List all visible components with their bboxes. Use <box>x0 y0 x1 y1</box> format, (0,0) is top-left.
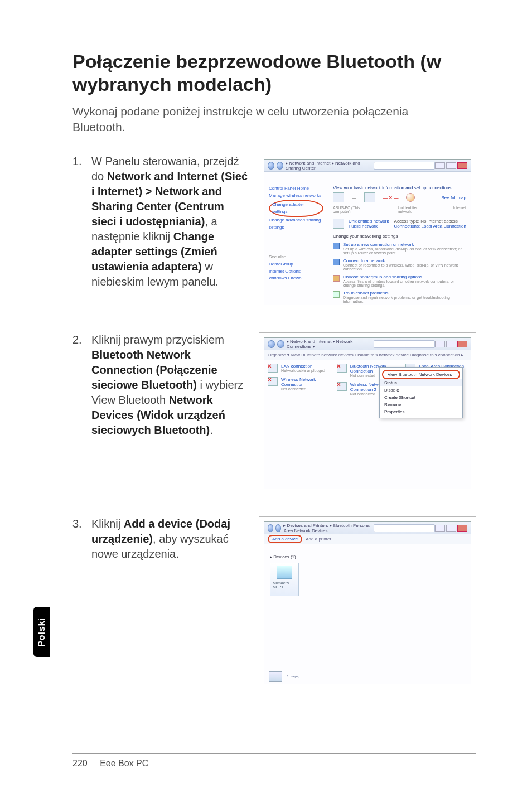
sidebar-home: Control Panel Home <box>269 185 323 192</box>
status-icon <box>269 671 282 682</box>
main-heading: View your basic network information and … <box>333 185 466 190</box>
forward-icon <box>275 524 281 532</box>
sidebar-manage: Manage wireless networks <box>269 192 323 200</box>
step-3-number: 3. <box>72 516 91 530</box>
x-icon: — ✕ — <box>383 195 398 200</box>
access-type: Access type: No Internet access <box>394 219 466 224</box>
back-icon <box>268 524 273 532</box>
link-homegroup: Choose homegroup and sharing options <box>343 274 422 279</box>
screenshot-3: ▸ Devices and Printers ▸ Bluetooth Perso… <box>259 516 476 689</box>
devices-heading: ▸ Devices (1) <box>270 554 465 559</box>
step-3-text: Kliknij Add a device (Dodaj urządzenie),… <box>91 516 259 562</box>
internet-icon <box>406 193 415 202</box>
product-name: Eee Box PC <box>100 758 148 768</box>
device-item: Michael's MBP1 <box>270 563 299 596</box>
active-network-name: Unidentified network Public network <box>349 219 390 229</box>
item-lan: LAN connection <box>281 364 325 369</box>
breadcrumb: ▸ Devices and Printers ▸ Bluetooth Perso… <box>283 523 374 533</box>
screenshot-2: ▸ Network and Internet ▸ Network Connect… <box>259 332 476 494</box>
bluetooth-icon <box>337 364 347 373</box>
intro-text: Wykonaj podane poniżej instrukcje w celu… <box>72 104 463 136</box>
close-icon <box>457 525 467 532</box>
device-icon <box>277 566 292 579</box>
page-title: Połączenie bezprzewodowe Bluetooth (w wy… <box>72 50 476 96</box>
link-troubleshoot: Troubleshoot problems <box>343 291 389 296</box>
pc-icon <box>333 192 344 202</box>
menu-properties: Properties <box>380 408 462 416</box>
forward-icon <box>277 162 283 170</box>
step-2-number: 2. <box>72 332 91 346</box>
lan-icon <box>268 364 278 373</box>
menu-status: Status <box>380 379 462 386</box>
page-number: 220 <box>72 758 88 769</box>
menu-shortcut: Create Shortcut <box>380 394 462 401</box>
active-net-icon <box>333 219 344 229</box>
sidebar-advanced: Change advanced sharing settings <box>269 217 323 231</box>
back-icon <box>268 340 275 348</box>
item-wifi: Wireless Network Connection <box>281 377 330 387</box>
device-name: Michael's MBP1 <box>273 581 296 589</box>
back-icon <box>268 162 274 170</box>
change-settings-heading: Change your networking settings <box>333 234 466 239</box>
language-tab: Polski <box>33 607 50 657</box>
forward-icon <box>277 340 284 348</box>
connections: Connections: Local Area Connection <box>394 224 466 229</box>
search-input <box>374 340 435 348</box>
link-connect: Connect to a network <box>343 258 385 263</box>
search-input <box>374 524 435 532</box>
item-count: 1 item <box>287 674 299 679</box>
network-icon <box>364 192 375 202</box>
close-icon <box>457 341 467 347</box>
menu-disable: Disable <box>380 386 462 394</box>
step-1-number: 1. <box>72 154 91 168</box>
sidebar-firewall: Windows Firewall <box>269 275 323 282</box>
sidebar-seealso: See also <box>269 254 323 261</box>
see-full-map: See full map <box>442 195 466 200</box>
wifi2-icon <box>337 382 347 391</box>
page-footer: 220 Eee Box PC <box>72 753 476 769</box>
context-menu: View Bluetooth Network Devices Status Di… <box>379 367 463 418</box>
breadcrumb: ▸ Network and Internet ▸ Network Connect… <box>287 339 374 349</box>
add-a-device-button: Add a device <box>268 535 302 543</box>
toolbar: Organize ▾ View Bluetooth network device… <box>264 350 471 360</box>
step-1-text: W Panelu sterowania, przejdź do Network … <box>91 154 259 289</box>
step-2-text: Kliknij prawym przyciskiem Bluetooth Net… <box>91 332 259 438</box>
close-icon <box>457 162 467 169</box>
sidebar-change-adapter: Change adapter settings <box>269 200 323 218</box>
sidebar-inetoptions: Internet Options <box>269 268 323 276</box>
breadcrumb: ▸ Network and Internet ▸ Network and Sha… <box>286 161 374 171</box>
wifi-icon <box>268 377 278 386</box>
search-input <box>374 162 435 170</box>
sidebar-homegroup: HomeGroup <box>269 261 323 268</box>
screenshot-1: ▸ Network and Internet ▸ Network and Sha… <box>259 154 476 310</box>
menu-rename: Rename <box>380 401 462 408</box>
link-setup: Set up a new connection or network <box>343 242 414 247</box>
menu-view-bt-devices: View Bluetooth Network Devices <box>382 370 460 379</box>
